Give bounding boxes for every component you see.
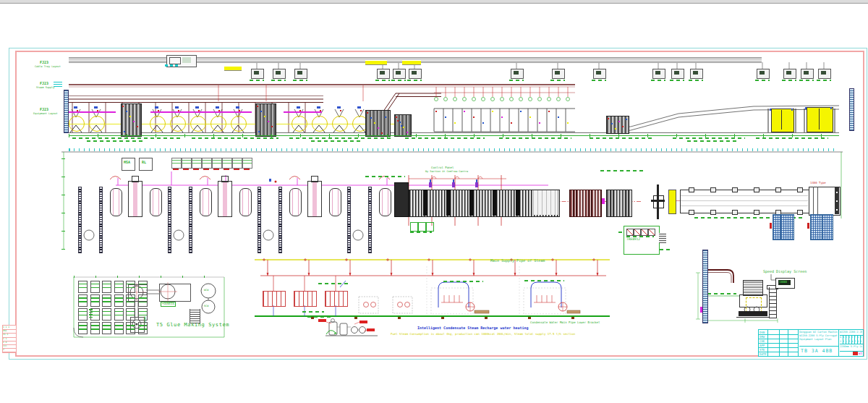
tb-grid-char: P (854, 340, 857, 344)
title-block: DSNDRWCHKAPPSTDDATEDongguan WJ Carton Ma… (758, 329, 864, 357)
steam-main-title: Main Supply Pipe of Steam (490, 259, 545, 263)
condensate-bracket-label: Condensate Water Main Pipe Lower Bracket (530, 321, 600, 325)
control-panel-label-1: Control Panel (431, 166, 454, 170)
tb-vline (779, 330, 780, 356)
tb-grid-line (854, 335, 855, 344)
cad-drawing-window: Main Supply Pipe of Steam Condensate Wat… (0, 0, 868, 403)
margin-label-3-caption: Equipment Layout (33, 112, 58, 115)
intelligent-note: Intelligent Condensate Steam Recharge wa… (417, 326, 529, 331)
glue-system-title: T5 Glue Making System (156, 322, 229, 328)
tb-row-label: DATE (760, 352, 767, 356)
tb-vline (798, 330, 799, 356)
rev-row: 2 (3, 348, 16, 352)
tb-grid-line (860, 335, 861, 344)
tb-grid-char: B (843, 336, 846, 339)
tb-note-line: 2200mm 5-Ply Corrugated Paperboard Line (840, 345, 862, 350)
tb-grid-line (851, 335, 852, 344)
tb-grid-char: J (840, 340, 843, 344)
tb-grid-line (857, 335, 858, 344)
glue-circle-label-2: RCW (204, 305, 208, 307)
conveyor-type-label: 1400 Type (810, 182, 826, 185)
tb-grid-line (843, 335, 843, 344)
margin-label-1-caption: Cable Tray Layout (35, 65, 61, 68)
tb-serial: WJ250-2200-2-28 (840, 331, 862, 334)
glue-pump-tag: WNRRF (143, 316, 146, 324)
margin-label-1-code: FJ23 (40, 61, 48, 65)
glue-tank-tag: +OUNEZA (161, 302, 176, 307)
tb-hline (799, 346, 838, 347)
revision-table: 1 1 14%111.11 11 4===2 (2, 325, 17, 353)
tb-grid-line (848, 335, 849, 344)
tb-grid-char: H (860, 336, 863, 339)
tb-grid-char: E (851, 336, 854, 339)
tb-row-label: DRW (760, 335, 767, 339)
tb-vline (838, 330, 839, 356)
tb-grid-char: N (851, 340, 854, 344)
tb-logo-text: WJ (859, 352, 864, 355)
tb-logo-icon (853, 352, 858, 355)
tb-grid-char: M (848, 340, 851, 344)
window-top-strip (0, 0, 868, 4)
tb-vline (767, 330, 768, 356)
tb-vline (788, 330, 788, 356)
tb-grid-char: L (846, 340, 848, 344)
tb-row-label: STD (760, 348, 767, 352)
tre-code-label: TRE8912 (626, 237, 640, 241)
drawing-border (15, 51, 864, 357)
tb-grid-char: Q (857, 340, 860, 344)
plan-label-box-a: M5A (124, 161, 130, 165)
tb-grid-line (846, 335, 846, 344)
tb-company-line: Equipment Layout Plan (799, 338, 838, 342)
steam-consumption-note: Fuel Steam Consumption is about 4kg, pro… (391, 333, 575, 336)
glue-circle-label-1: WCW (204, 289, 208, 292)
tb-row-label: DSN (760, 331, 767, 334)
speed-board-text: 1888 (779, 280, 787, 284)
margin-label-2-caption: Steam Supply (36, 86, 54, 89)
control-panel-label-2: By Section At Comfree Centre (425, 170, 468, 173)
speed-display-title: Speed Display Screen (763, 270, 807, 274)
tb-grid-char: R (860, 340, 863, 344)
tb-grid-char: F (854, 336, 857, 339)
tb-grid-char: A (840, 336, 843, 339)
tb-hline (840, 344, 863, 344)
tb-grid-char: D (848, 336, 851, 339)
tb-row-label: APP (760, 344, 767, 347)
tb-grid-char: G (857, 336, 860, 339)
tb-row-label: CHK (760, 339, 767, 343)
margin-label-3-code: FJ23 (40, 108, 48, 112)
tb-grid-char: K (843, 340, 846, 344)
tb-drawing-code: TB 3A 4BB (801, 348, 837, 355)
margin-label-2-code: FJ23 (40, 82, 48, 86)
plan-label-box-b: RL (142, 161, 146, 165)
tb-grid-char: C (846, 336, 848, 339)
